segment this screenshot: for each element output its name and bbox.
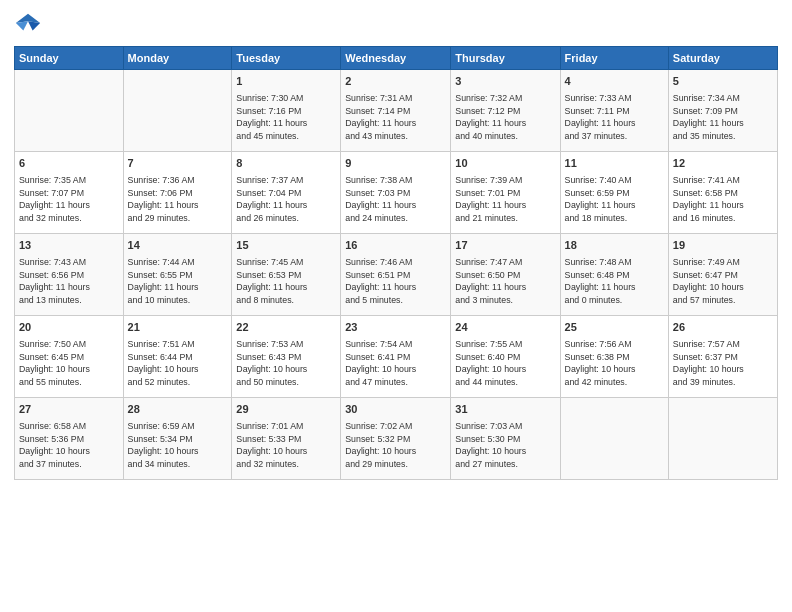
day-info: Sunrise: 7:44 AM Sunset: 6:55 PM Dayligh… <box>128 256 228 307</box>
day-number: 26 <box>673 320 773 336</box>
day-number: 19 <box>673 238 773 254</box>
day-info: Sunrise: 7:38 AM Sunset: 7:03 PM Dayligh… <box>345 174 446 225</box>
day-number: 6 <box>19 156 119 172</box>
day-info: Sunrise: 7:45 AM Sunset: 6:53 PM Dayligh… <box>236 256 336 307</box>
calendar-cell: 3Sunrise: 7:32 AM Sunset: 7:12 PM Daylig… <box>451 70 560 152</box>
calendar-cell: 25Sunrise: 7:56 AM Sunset: 6:38 PM Dayli… <box>560 316 668 398</box>
calendar-cell: 14Sunrise: 7:44 AM Sunset: 6:55 PM Dayli… <box>123 234 232 316</box>
day-number: 8 <box>236 156 336 172</box>
day-number: 25 <box>565 320 664 336</box>
calendar-cell: 6Sunrise: 7:35 AM Sunset: 7:07 PM Daylig… <box>15 152 124 234</box>
calendar-cell <box>668 398 777 480</box>
calendar-cell: 5Sunrise: 7:34 AM Sunset: 7:09 PM Daylig… <box>668 70 777 152</box>
day-number: 11 <box>565 156 664 172</box>
day-number: 31 <box>455 402 555 418</box>
day-number: 16 <box>345 238 446 254</box>
calendar-cell <box>15 70 124 152</box>
day-info: Sunrise: 7:56 AM Sunset: 6:38 PM Dayligh… <box>565 338 664 389</box>
weekday-header-wednesday: Wednesday <box>341 47 451 70</box>
calendar-cell: 21Sunrise: 7:51 AM Sunset: 6:44 PM Dayli… <box>123 316 232 398</box>
day-number: 12 <box>673 156 773 172</box>
day-info: Sunrise: 7:53 AM Sunset: 6:43 PM Dayligh… <box>236 338 336 389</box>
calendar-cell: 1Sunrise: 7:30 AM Sunset: 7:16 PM Daylig… <box>232 70 341 152</box>
day-info: Sunrise: 7:36 AM Sunset: 7:06 PM Dayligh… <box>128 174 228 225</box>
day-info: Sunrise: 7:34 AM Sunset: 7:09 PM Dayligh… <box>673 92 773 143</box>
calendar-cell: 12Sunrise: 7:41 AM Sunset: 6:58 PM Dayli… <box>668 152 777 234</box>
day-number: 24 <box>455 320 555 336</box>
weekday-header-thursday: Thursday <box>451 47 560 70</box>
weekday-header-friday: Friday <box>560 47 668 70</box>
day-info: Sunrise: 7:35 AM Sunset: 7:07 PM Dayligh… <box>19 174 119 225</box>
logo <box>14 10 46 38</box>
calendar-cell <box>123 70 232 152</box>
calendar-week-5: 27Sunrise: 6:58 AM Sunset: 5:36 PM Dayli… <box>15 398 778 480</box>
day-info: Sunrise: 7:33 AM Sunset: 7:11 PM Dayligh… <box>565 92 664 143</box>
day-number: 9 <box>345 156 446 172</box>
weekday-header-row: SundayMondayTuesdayWednesdayThursdayFrid… <box>15 47 778 70</box>
day-number: 27 <box>19 402 119 418</box>
calendar-cell: 31Sunrise: 7:03 AM Sunset: 5:30 PM Dayli… <box>451 398 560 480</box>
day-info: Sunrise: 7:32 AM Sunset: 7:12 PM Dayligh… <box>455 92 555 143</box>
calendar-cell: 28Sunrise: 6:59 AM Sunset: 5:34 PM Dayli… <box>123 398 232 480</box>
calendar-week-2: 6Sunrise: 7:35 AM Sunset: 7:07 PM Daylig… <box>15 152 778 234</box>
day-number: 10 <box>455 156 555 172</box>
calendar-cell: 29Sunrise: 7:01 AM Sunset: 5:33 PM Dayli… <box>232 398 341 480</box>
day-number: 7 <box>128 156 228 172</box>
day-info: Sunrise: 7:41 AM Sunset: 6:58 PM Dayligh… <box>673 174 773 225</box>
calendar-cell: 19Sunrise: 7:49 AM Sunset: 6:47 PM Dayli… <box>668 234 777 316</box>
calendar-table: SundayMondayTuesdayWednesdayThursdayFrid… <box>14 46 778 480</box>
day-info: Sunrise: 7:54 AM Sunset: 6:41 PM Dayligh… <box>345 338 446 389</box>
calendar-week-3: 13Sunrise: 7:43 AM Sunset: 6:56 PM Dayli… <box>15 234 778 316</box>
day-info: Sunrise: 7:51 AM Sunset: 6:44 PM Dayligh… <box>128 338 228 389</box>
calendar-week-4: 20Sunrise: 7:50 AM Sunset: 6:45 PM Dayli… <box>15 316 778 398</box>
day-info: Sunrise: 7:55 AM Sunset: 6:40 PM Dayligh… <box>455 338 555 389</box>
calendar-cell: 27Sunrise: 6:58 AM Sunset: 5:36 PM Dayli… <box>15 398 124 480</box>
day-info: Sunrise: 7:48 AM Sunset: 6:48 PM Dayligh… <box>565 256 664 307</box>
day-info: Sunrise: 7:57 AM Sunset: 6:37 PM Dayligh… <box>673 338 773 389</box>
calendar-cell: 22Sunrise: 7:53 AM Sunset: 6:43 PM Dayli… <box>232 316 341 398</box>
day-info: Sunrise: 6:59 AM Sunset: 5:34 PM Dayligh… <box>128 420 228 471</box>
weekday-header-tuesday: Tuesday <box>232 47 341 70</box>
day-info: Sunrise: 7:40 AM Sunset: 6:59 PM Dayligh… <box>565 174 664 225</box>
day-number: 20 <box>19 320 119 336</box>
weekday-header-saturday: Saturday <box>668 47 777 70</box>
day-number: 15 <box>236 238 336 254</box>
day-info: Sunrise: 7:39 AM Sunset: 7:01 PM Dayligh… <box>455 174 555 225</box>
day-number: 17 <box>455 238 555 254</box>
day-info: Sunrise: 7:50 AM Sunset: 6:45 PM Dayligh… <box>19 338 119 389</box>
calendar-cell: 17Sunrise: 7:47 AM Sunset: 6:50 PM Dayli… <box>451 234 560 316</box>
day-info: Sunrise: 6:58 AM Sunset: 5:36 PM Dayligh… <box>19 420 119 471</box>
day-info: Sunrise: 7:31 AM Sunset: 7:14 PM Dayligh… <box>345 92 446 143</box>
day-number: 5 <box>673 74 773 90</box>
day-number: 28 <box>128 402 228 418</box>
calendar-cell: 18Sunrise: 7:48 AM Sunset: 6:48 PM Dayli… <box>560 234 668 316</box>
calendar-cell: 4Sunrise: 7:33 AM Sunset: 7:11 PM Daylig… <box>560 70 668 152</box>
day-number: 4 <box>565 74 664 90</box>
day-info: Sunrise: 7:02 AM Sunset: 5:32 PM Dayligh… <box>345 420 446 471</box>
day-number: 30 <box>345 402 446 418</box>
day-info: Sunrise: 7:49 AM Sunset: 6:47 PM Dayligh… <box>673 256 773 307</box>
day-info: Sunrise: 7:03 AM Sunset: 5:30 PM Dayligh… <box>455 420 555 471</box>
day-info: Sunrise: 7:47 AM Sunset: 6:50 PM Dayligh… <box>455 256 555 307</box>
day-number: 23 <box>345 320 446 336</box>
calendar-cell: 11Sunrise: 7:40 AM Sunset: 6:59 PM Dayli… <box>560 152 668 234</box>
calendar-cell: 23Sunrise: 7:54 AM Sunset: 6:41 PM Dayli… <box>341 316 451 398</box>
day-number: 2 <box>345 74 446 90</box>
calendar-cell: 2Sunrise: 7:31 AM Sunset: 7:14 PM Daylig… <box>341 70 451 152</box>
calendar-cell: 13Sunrise: 7:43 AM Sunset: 6:56 PM Dayli… <box>15 234 124 316</box>
calendar-cell: 10Sunrise: 7:39 AM Sunset: 7:01 PM Dayli… <box>451 152 560 234</box>
calendar-cell: 30Sunrise: 7:02 AM Sunset: 5:32 PM Dayli… <box>341 398 451 480</box>
weekday-header-monday: Monday <box>123 47 232 70</box>
calendar-cell: 8Sunrise: 7:37 AM Sunset: 7:04 PM Daylig… <box>232 152 341 234</box>
calendar-cell <box>560 398 668 480</box>
day-number: 14 <box>128 238 228 254</box>
day-number: 1 <box>236 74 336 90</box>
calendar-week-1: 1Sunrise: 7:30 AM Sunset: 7:16 PM Daylig… <box>15 70 778 152</box>
day-number: 21 <box>128 320 228 336</box>
weekday-header-sunday: Sunday <box>15 47 124 70</box>
day-number: 13 <box>19 238 119 254</box>
day-info: Sunrise: 7:46 AM Sunset: 6:51 PM Dayligh… <box>345 256 446 307</box>
day-number: 29 <box>236 402 336 418</box>
header <box>14 10 778 38</box>
svg-marker-0 <box>16 14 40 23</box>
